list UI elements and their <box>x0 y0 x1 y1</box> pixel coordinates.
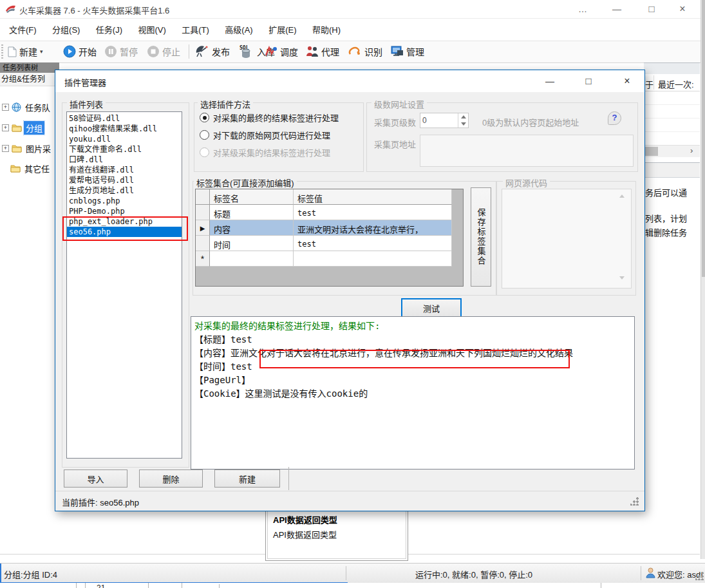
grid-col-value[interactable]: 标签值 <box>294 189 452 205</box>
plugin-item[interactable]: qihoo搜索结果采集.dll <box>67 124 182 134</box>
new-button[interactable]: 新建 ▾ <box>8 44 43 59</box>
expander-icon[interactable]: + <box>2 145 9 152</box>
spin-up-icon[interactable] <box>458 113 468 120</box>
new-tag-name-cell[interactable] <box>210 251 294 267</box>
menu-tools[interactable]: 工具(T) <box>182 23 209 35</box>
save-tag-collection-button[interactable]: 保存标签集合 <box>471 187 491 287</box>
grid-col-name[interactable]: 标签名 <box>210 189 294 205</box>
radio-final-result[interactable]: 对采集的最终的结果标签进行处理 <box>200 111 339 124</box>
result-header: 对采集的最终的结果标签进行处理，结果如下: <box>194 319 631 333</box>
folder-icon <box>10 164 21 173</box>
help-icon[interactable]: ? <box>608 111 621 125</box>
hscrollbar[interactable]: › <box>644 145 700 157</box>
plugin-item[interactable]: 口碑.dll <box>67 155 182 165</box>
new-row-header[interactable]: * <box>196 251 210 267</box>
import-button[interactable]: 导入 <box>64 469 127 488</box>
new-plugin-button[interactable]: 新建 <box>214 469 280 488</box>
column-last-time[interactable]: 最近一次: <box>658 78 694 90</box>
close-button[interactable]: × <box>672 1 693 17</box>
test-result-box[interactable]: 对采集的最终的结果标签进行处理，结果如下: 【标题】test 【内容】亚洲文化对… <box>191 316 635 469</box>
plugin-item[interactable]: 58验证码.dll <box>67 113 182 124</box>
maximize-button[interactable]: □ <box>641 1 663 17</box>
menu-task[interactable]: 任务(J) <box>96 23 122 35</box>
api-box-item[interactable]: API数据返回类型 <box>273 528 400 540</box>
dialog-resize-grip[interactable] <box>630 497 639 506</box>
statusbar-resize-grip[interactable] <box>695 572 704 580</box>
column-fragment[interactable]: 于 <box>645 78 653 90</box>
new-dropdown-arrow[interactable]: ▾ <box>40 48 43 55</box>
menu-help[interactable]: 帮助(H) <box>312 23 341 35</box>
menu-file[interactable]: 文件(F) <box>9 23 37 35</box>
plugin-item[interactable]: 有道在线翻译.dll <box>67 165 182 175</box>
scroll-right-arrow[interactable]: › <box>690 146 693 155</box>
tree-item-task-queue[interactable]: + 任务队 <box>2 100 52 113</box>
tasktree-tab[interactable]: 分组&任务列 <box>0 73 58 86</box>
page-url-textarea[interactable] <box>420 135 634 167</box>
scroll-up-icon[interactable] <box>619 194 625 198</box>
plugin-item[interactable]: PHP-Demo.php <box>67 206 182 216</box>
more-button[interactable]: … <box>572 1 594 17</box>
row-header-current[interactable]: ▶ <box>196 220 210 236</box>
dialog-close-button[interactable]: × <box>617 73 637 89</box>
dialog-minimize-button[interactable]: — <box>540 73 560 89</box>
grid-corner[interactable] <box>196 189 210 205</box>
fragment-line <box>182 583 182 588</box>
test-button[interactable]: 测试 <box>401 298 462 318</box>
result-line: 【Cookie】这里测试是没有传入cookie的 <box>194 387 631 401</box>
plugin-item[interactable]: 下载文件重命名.dll <box>67 144 182 155</box>
plugin-item[interactable]: youku.dll <box>67 134 182 144</box>
publish-button[interactable]: 发布 <box>195 44 230 59</box>
app-logo-train-icon <box>5 4 16 14</box>
vscroll-thumb[interactable] <box>702 0 705 277</box>
tag-grid: 标签名 标签值 标题 test ▶ 内容 亚洲文明对话大会将在北京举行， 时间 … <box>195 189 464 287</box>
statusbar-group-id: 分组:分组 ID:4 <box>4 568 57 580</box>
plugin-item[interactable]: 爱帮电话号码.dll <box>67 175 182 185</box>
tree-item-label: 其它任 <box>23 162 52 175</box>
pause-button[interactable]: 暂停 <box>104 44 138 59</box>
plugin-item[interactable]: cnblogs.php <box>67 196 182 206</box>
delete-button[interactable]: 删除 <box>139 469 203 488</box>
schedule-button[interactable]: 调度 <box>265 44 298 59</box>
menu-advanced[interactable]: 高级(A) <box>225 23 252 35</box>
ocr-button[interactable]: 识别 <box>348 44 382 59</box>
tag-value-cell[interactable]: test <box>294 205 452 220</box>
row-header[interactable] <box>196 236 210 251</box>
tree-item-group[interactable]: + 分组 <box>2 121 44 134</box>
plugin-item[interactable]: 生成分页地址.dll <box>67 185 182 196</box>
folder-icon <box>12 144 22 153</box>
tag-name-cell[interactable]: 时间 <box>210 236 294 251</box>
toolbar-grip[interactable] <box>1 44 3 59</box>
app-window: 火车采集器 7.6 - 火车头数据采集平台1.6 … — □ × 文件(F) 分… <box>0 0 705 588</box>
start-button[interactable]: 开始 <box>63 44 97 59</box>
stop-button[interactable]: 停止 <box>147 44 180 59</box>
api-box-title[interactable]: API数据返回类型 <box>273 513 400 526</box>
radio-raw-html[interactable]: 对下载的原始网页代码进行处理 <box>200 129 330 141</box>
menu-extend[interactable]: 扩展(E) <box>268 23 296 35</box>
proxy-button[interactable]: 代理 <box>306 44 339 59</box>
tree-item-other-tasks[interactable]: 其它任 <box>10 162 52 175</box>
menu-view[interactable]: 视图(V) <box>138 23 165 35</box>
page-level-input[interactable] <box>420 113 458 128</box>
web-source-textarea[interactable] <box>502 189 632 289</box>
tag-value-cell-selected[interactable]: 亚洲文明对话大会将在北京举行， <box>294 220 452 236</box>
menu-group[interactable]: 分组(S) <box>52 23 80 35</box>
tag-name-cell-selected[interactable]: 内容 <box>210 220 294 236</box>
spin-down-icon[interactable] <box>458 120 468 128</box>
radio-level-result[interactable]: 对某级采集的结果标签进行处理 <box>200 146 330 158</box>
dialog-maximize-button[interactable]: □ <box>578 73 599 89</box>
table-grid-line <box>644 104 700 105</box>
expander-icon[interactable]: + <box>2 104 9 111</box>
manage-button[interactable]: 管理 <box>391 44 424 59</box>
spinner-arrows[interactable] <box>458 113 468 128</box>
tag-name-cell[interactable]: 标题 <box>210 205 294 220</box>
row-header[interactable] <box>196 205 210 220</box>
expander-icon[interactable]: + <box>2 124 9 131</box>
help-line: 辑删除任务 <box>645 227 687 240</box>
hscroll-thumb[interactable] <box>644 147 658 156</box>
tree-item-image-collect[interactable]: + 图片采 <box>2 142 53 155</box>
main-vscrollbar[interactable] <box>700 0 705 559</box>
minimize-button[interactable]: — <box>606 1 628 17</box>
scroll-down-icon[interactable] <box>619 276 625 280</box>
tag-value-cell[interactable]: test <box>294 236 452 251</box>
new-tag-value-cell[interactable] <box>294 251 452 267</box>
